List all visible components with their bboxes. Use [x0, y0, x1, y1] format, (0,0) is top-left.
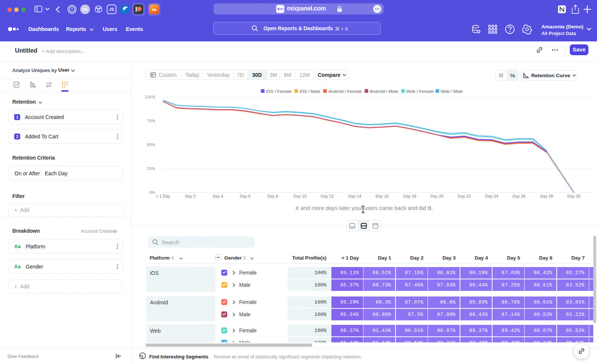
svg-text:25%: 25% [147, 166, 155, 171]
svg-text:75%: 75% [147, 119, 155, 123]
svg-text:50%: 50% [147, 142, 155, 147]
svg-text:100%: 100% [145, 95, 155, 99]
